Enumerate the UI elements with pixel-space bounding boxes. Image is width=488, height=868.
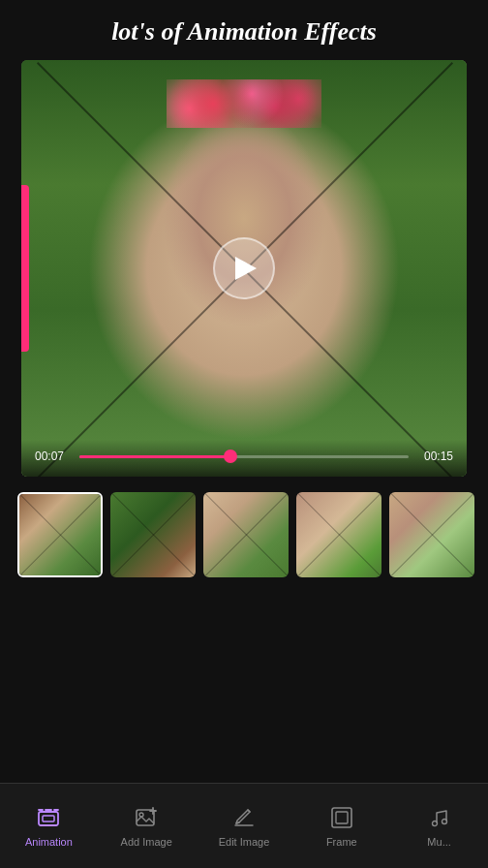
progress-track[interactable]	[79, 455, 409, 458]
play-icon	[235, 257, 257, 280]
svg-line-9	[248, 810, 250, 812]
svg-rect-1	[43, 816, 54, 822]
thumb-image-5	[389, 492, 474, 577]
nav-item-music[interactable]: Mu...	[390, 784, 488, 868]
edit-image-label: Edit Image	[219, 836, 270, 848]
time-row: 00:07 00:15	[35, 450, 453, 463]
nav-item-frame[interactable]: Frame	[292, 784, 390, 868]
total-time: 00:15	[418, 450, 453, 463]
thumbnail-4[interactable]	[296, 492, 381, 577]
thumb-image-3	[203, 492, 289, 577]
page-title: lot's of Animation Effects	[19, 17, 469, 46]
pink-accent-bar	[21, 185, 29, 352]
progress-fill	[79, 455, 230, 458]
current-time: 00:07	[35, 450, 70, 463]
svg-rect-12	[332, 808, 351, 827]
video-player: 00:07 00:15	[21, 60, 467, 477]
svg-rect-0	[39, 812, 58, 825]
thumbnail-2[interactable]	[110, 492, 196, 577]
nav-item-animation[interactable]: Animation	[0, 784, 98, 868]
progress-bar-container: 00:07 00:15	[21, 440, 467, 477]
header: lot's of Animation Effects	[0, 0, 488, 60]
nav-item-add-image[interactable]: Add Image	[98, 784, 196, 868]
svg-line-10	[236, 822, 239, 823]
thumb-image-4	[296, 492, 381, 577]
progress-thumb[interactable]	[224, 450, 237, 463]
animation-label: Animation	[25, 836, 73, 848]
music-icon	[426, 804, 453, 831]
nav-item-edit-image[interactable]: Edit Image	[196, 784, 293, 868]
animation-icon	[35, 804, 62, 831]
edit-image-icon	[230, 804, 258, 831]
svg-point-15	[442, 820, 446, 824]
add-image-label: Add Image	[121, 836, 172, 848]
frame-icon	[328, 804, 355, 831]
thumbnail-1[interactable]	[17, 492, 103, 577]
svg-point-14	[432, 822, 437, 826]
svg-rect-13	[336, 812, 348, 823]
svg-rect-5	[137, 810, 154, 825]
flower-crown-decoration	[147, 79, 341, 157]
thumb-image-2	[110, 492, 196, 577]
thumbnail-3[interactable]	[203, 492, 289, 577]
bottom-navigation: Animation Add Image Edit Image	[0, 783, 488, 868]
add-image-icon	[133, 804, 160, 831]
frame-label: Frame	[326, 836, 357, 848]
video-background: 00:07 00:15	[21, 60, 467, 477]
thumb-image-1	[19, 494, 101, 575]
thumbnail-strip	[0, 477, 488, 587]
thumbnail-5[interactable]	[389, 492, 474, 577]
music-label: Mu...	[427, 836, 450, 848]
play-button[interactable]	[213, 237, 275, 299]
